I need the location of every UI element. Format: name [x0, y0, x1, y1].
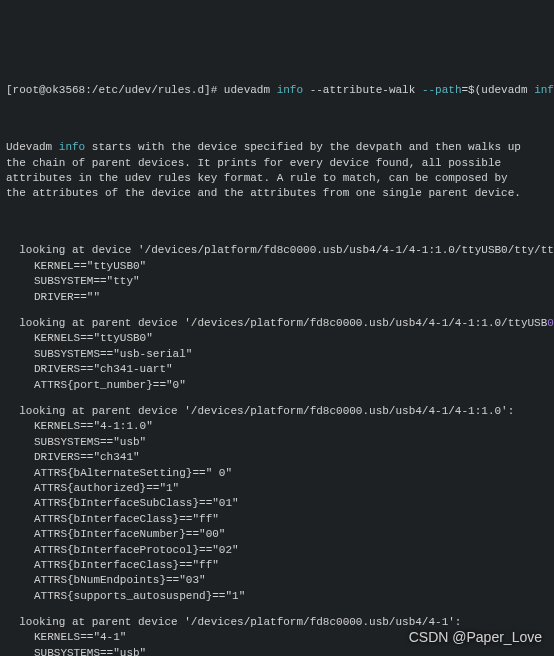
- attribute-line: ATTRS{bInterfaceProtocol}=="02": [6, 543, 548, 558]
- attribute-line: ATTRS{bInterfaceClass}=="ff": [6, 512, 548, 527]
- attribute-line: KERNELS=="ttyUSB0": [6, 331, 548, 346]
- blank-line: [6, 114, 548, 125]
- attribute-line: DRIVER=="": [6, 290, 548, 305]
- cmd-info: info: [277, 84, 303, 96]
- attribute-line: DRIVERS=="ch341-uart": [6, 362, 548, 377]
- blank-line: [6, 393, 548, 404]
- terminal-output: [root@ok3568:/etc/udev/rules.d]# udevadm…: [6, 68, 548, 656]
- attribute-line: ATTRS{bInterfaceClass}=="ff": [6, 558, 548, 573]
- cmd-path: --path: [422, 84, 462, 96]
- intro-paragraph: Udevadm info starts with the device spec…: [6, 140, 526, 202]
- watermark: CSDN @Paper_Love: [409, 628, 542, 648]
- attribute-line: SUBSYSTEM=="tty": [6, 274, 548, 289]
- attribute-line: SUBSYSTEMS=="usb": [6, 435, 548, 450]
- cmd-eq: =$(udevadm: [462, 84, 535, 96]
- shell-prompt: [root@ok3568:/etc/udev/rules.d]#: [6, 84, 224, 96]
- cmd-info2: info: [534, 84, 554, 96]
- attribute-line: ATTRS{port_number}=="0": [6, 378, 548, 393]
- command-line: [root@ok3568:/etc/udev/rules.d]# udevadm…: [6, 83, 548, 98]
- blank-line: [6, 217, 548, 228]
- attribute-line: ATTRS{bInterfaceNumber}=="00": [6, 527, 548, 542]
- section-header: looking at parent device '/devices/platf…: [6, 316, 548, 331]
- attribute-line: KERNELS=="4-1:1.0": [6, 419, 548, 434]
- sections-container: looking at device '/devices/platform/fd8…: [6, 243, 548, 656]
- attribute-line: ATTRS{bInterfaceSubClass}=="01": [6, 496, 548, 511]
- attribute-line: KERNEL=="ttyUSB0": [6, 259, 548, 274]
- attribute-line: ATTRS{bAlternateSetting}==" 0": [6, 466, 548, 481]
- blank-line: [6, 604, 548, 615]
- attribute-line: DRIVERS=="ch341": [6, 450, 548, 465]
- section-header: looking at parent device '/devices/platf…: [6, 404, 548, 419]
- cmd-attr: --attribute-walk: [303, 84, 422, 96]
- attribute-line: ATTRS{authorized}=="1": [6, 481, 548, 496]
- attribute-line: ATTRS{supports_autosuspend}=="1": [6, 589, 548, 604]
- attribute-line: SUBSYSTEMS=="usb-serial": [6, 347, 548, 362]
- section-header: looking at device '/devices/platform/fd8…: [6, 243, 548, 258]
- blank-line: [6, 305, 548, 316]
- cmd-prog: udevadm: [224, 84, 277, 96]
- attribute-line: ATTRS{bNumEndpoints}=="03": [6, 573, 548, 588]
